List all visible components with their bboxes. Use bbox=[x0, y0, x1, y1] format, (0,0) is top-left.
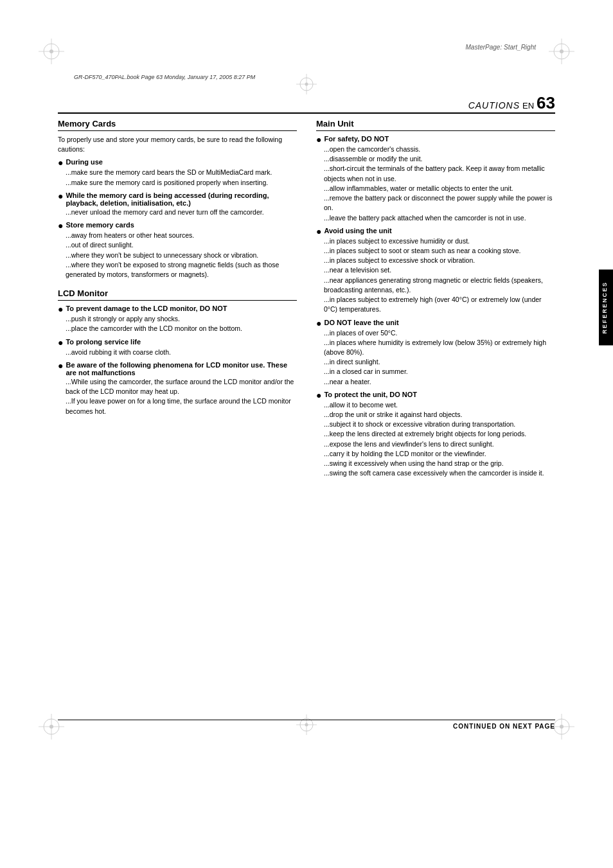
memory-cards-intro: To properly use and store your memory ca… bbox=[58, 135, 297, 154]
svg-point-11 bbox=[49, 725, 53, 729]
lcd-prolong-line-1: ...avoid rubbing it with coarse cloth. bbox=[58, 348, 297, 357]
lcd-aware-heading: ● Be aware of the following phenomena fo… bbox=[58, 361, 297, 376]
memory-during-use-line-1: ...make sure the memory card bears the S… bbox=[58, 168, 297, 177]
memory-accessed-heading: ● While the memory card is being accesse… bbox=[58, 191, 297, 207]
memory-during-use-label: During use bbox=[66, 158, 102, 166]
memory-store-line-2: ...out of direct sunlight. bbox=[58, 240, 297, 250]
avoid-line-5: ...near appliances generating strong mag… bbox=[316, 276, 555, 295]
title-cautions: CAUTIONS bbox=[468, 100, 520, 111]
safety-line-4: ...allow inflammables, water or metallic… bbox=[316, 184, 555, 193]
do-not-leave-line-4: ...in a closed car in summer. bbox=[316, 367, 555, 376]
do-not-leave-heading: ● DO NOT leave the unit bbox=[316, 319, 555, 328]
references-tab: REFERENCES bbox=[599, 270, 613, 346]
lcd-aware-line-2: ...If you leave power on for a long time… bbox=[58, 396, 297, 416]
protect-line-1: ...allow it to become wet. bbox=[316, 400, 555, 410]
lcd-prevent-label: To prevent damage to the LCD monitor, DO… bbox=[66, 305, 227, 312]
svg-point-23 bbox=[305, 723, 308, 727]
protect-line-6: ...carry it by holding the LCD monitor o… bbox=[316, 449, 555, 459]
bullet-icon-10: ● bbox=[316, 391, 321, 400]
do-not-leave-line-2: ...in places where humidity is extremely… bbox=[316, 338, 555, 357]
file-info: GR-DF570_470PAL.book Page 63 Monday, Jan… bbox=[74, 74, 255, 80]
bullet-icon-5: ● bbox=[58, 338, 63, 347]
svg-point-7 bbox=[560, 49, 564, 53]
protect-line-4: ...keep the lens directed at extremely b… bbox=[316, 429, 555, 439]
title-en: EN bbox=[522, 101, 534, 111]
bullet-icon-9: ● bbox=[316, 319, 321, 328]
continued-label: CONTINUED ON NEXT PAGE bbox=[453, 723, 555, 730]
corner-mark-tl bbox=[39, 39, 64, 64]
master-page-label: MasterPage: Start_Right bbox=[466, 44, 537, 51]
title-page-number: 63 bbox=[537, 93, 555, 113]
title-rule bbox=[58, 112, 555, 114]
bullet-icon-6: ● bbox=[58, 361, 63, 370]
lcd-prolong-heading: ● To prolong service life bbox=[58, 338, 297, 347]
memory-during-use-line-2: ...make sure the memory card is position… bbox=[58, 178, 297, 188]
do-not-leave-line-1: ...in places of over 50°C. bbox=[316, 328, 555, 338]
corner-mark-tr bbox=[549, 39, 574, 64]
safety-line-1: ...open the camcorder's chassis. bbox=[316, 145, 555, 154]
avoid-label: Avoid using the unit bbox=[324, 227, 391, 235]
lcd-aware-line-1: ...While using the camcorder, the surfac… bbox=[58, 377, 297, 396]
mid-mark-bottom bbox=[296, 714, 317, 736]
avoid-heading: ● Avoid using the unit bbox=[316, 227, 555, 236]
avoid-line-4: ...near a television set. bbox=[316, 265, 555, 275]
do-not-leave-line-3: ...in direct sunlight. bbox=[316, 357, 555, 367]
lcd-prevent-line-1: ...push it strongly or apply any shocks. bbox=[58, 314, 297, 324]
safety-label: For safety, DO NOT bbox=[324, 135, 389, 143]
memory-store-heading: ● Store memory cards bbox=[58, 221, 297, 230]
memory-store-label: Store memory cards bbox=[66, 221, 134, 229]
svg-point-15 bbox=[560, 725, 564, 729]
protect-line-2: ...drop the unit or strike it against ha… bbox=[316, 410, 555, 420]
bullet-icon-4: ● bbox=[58, 305, 63, 314]
title-bar: CAUTIONS EN 63 bbox=[468, 93, 555, 113]
memory-during-use-heading: ● During use bbox=[58, 158, 297, 167]
bullet-icon-7: ● bbox=[316, 135, 321, 144]
protect-line-3: ...subject it to shock or excessive vibr… bbox=[316, 420, 555, 429]
protect-line-5: ...expose the lens and viewfinder's lens… bbox=[316, 439, 555, 449]
protect-line-7: ...swing it excessively when using the h… bbox=[316, 459, 555, 468]
safety-line-2: ...disassemble or modify the unit. bbox=[316, 154, 555, 164]
lcd-prolong-label: To prolong service life bbox=[66, 338, 141, 346]
safety-line-5: ...remove the battery pack or disconnect… bbox=[316, 193, 555, 213]
lcd-aware-label: Be aware of the following phenomena for … bbox=[66, 361, 297, 376]
memory-accessed-line-1: ...never unload the memory card and neve… bbox=[58, 208, 297, 217]
page-container: MasterPage: Start_Right GR-DF570_470PAL.… bbox=[0, 0, 613, 868]
protect-heading: ● To protect the unit, DO NOT bbox=[316, 391, 555, 400]
left-column: Memory Cards To properly use and store y… bbox=[58, 119, 297, 707]
avoid-line-6: ...in places subject to extremely high (… bbox=[316, 295, 555, 314]
corner-mark-bl bbox=[39, 714, 64, 740]
lcd-monitor-heading: LCD Monitor bbox=[58, 288, 297, 301]
bullet-icon-1: ● bbox=[58, 158, 63, 167]
bottom-rule bbox=[58, 720, 555, 720]
lcd-monitor-section: LCD Monitor ● To prevent damage to the L… bbox=[58, 288, 297, 416]
main-unit-section: Main Unit ● For safety, DO NOT ...open t… bbox=[316, 119, 555, 479]
main-unit-heading: Main Unit bbox=[316, 119, 555, 131]
mid-mark-top bbox=[296, 74, 317, 96]
memory-store-line-3: ...where they won't be subject to unnece… bbox=[58, 251, 297, 260]
bullet-icon-8: ● bbox=[316, 227, 321, 236]
bullet-icon-3: ● bbox=[58, 221, 63, 230]
protect-line-8: ...swing the soft camera case excessivel… bbox=[316, 468, 555, 478]
memory-cards-heading: Memory Cards bbox=[58, 119, 297, 131]
bullet-icon-2: ● bbox=[58, 191, 63, 200]
right-column: Main Unit ● For safety, DO NOT ...open t… bbox=[316, 119, 555, 707]
memory-store-line-4: ...where they won't be exposed to strong… bbox=[58, 260, 297, 279]
safety-line-6: ...leave the battery pack attached when … bbox=[316, 213, 555, 223]
lcd-prevent-line-2: ...place the camcorder with the LCD moni… bbox=[58, 324, 297, 333]
do-not-leave-line-5: ...near a heater. bbox=[316, 377, 555, 387]
memory-store-line-1: ...away from heaters or other heat sourc… bbox=[58, 231, 297, 240]
avoid-line-1: ...in places subject to excessive humidi… bbox=[316, 236, 555, 246]
avoid-line-3: ...in places subject to excessive shock … bbox=[316, 256, 555, 265]
memory-accessed-label: While the memory card is being accessed … bbox=[66, 191, 297, 207]
safety-line-3: ...short-circuit the terminals of the ba… bbox=[316, 164, 555, 183]
svg-point-19 bbox=[305, 83, 308, 86]
lcd-prevent-heading: ● To prevent damage to the LCD monitor, … bbox=[58, 305, 297, 314]
protect-label: To protect the unit, DO NOT bbox=[324, 391, 417, 398]
memory-cards-section: Memory Cards To properly use and store y… bbox=[58, 119, 297, 279]
safety-heading: ● For safety, DO NOT bbox=[316, 135, 555, 144]
svg-point-3 bbox=[49, 49, 53, 53]
avoid-line-2: ...in places subject to soot or steam su… bbox=[316, 246, 555, 256]
do-not-leave-label: DO NOT leave the unit bbox=[324, 319, 398, 326]
content-area: Memory Cards To properly use and store y… bbox=[58, 119, 555, 707]
